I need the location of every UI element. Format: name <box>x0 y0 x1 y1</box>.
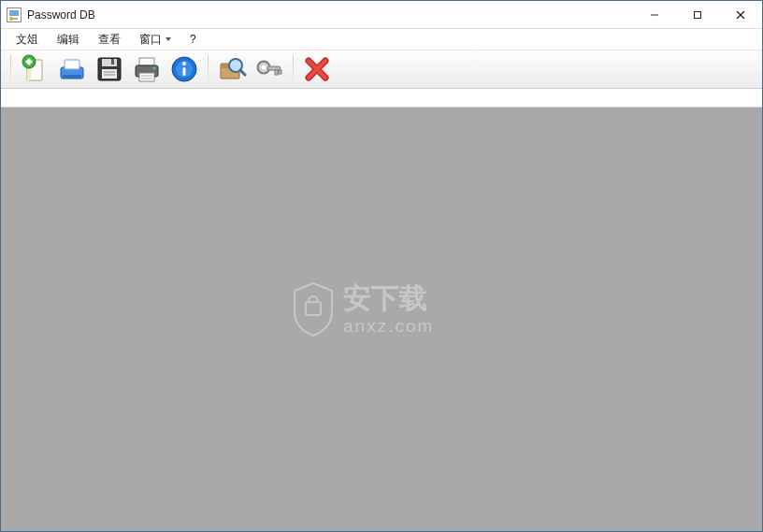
key-icon <box>254 54 284 84</box>
info-button[interactable] <box>166 51 202 87</box>
svg-rect-11 <box>26 61 33 64</box>
toolbar-separator <box>10 55 11 83</box>
svg-rect-14 <box>63 75 81 79</box>
app-window: Password DB 文俎 编辑 查看 窗口 ? <box>0 0 763 532</box>
svg-rect-17 <box>111 59 114 65</box>
svg-point-23 <box>152 66 155 69</box>
maximize-icon <box>693 10 702 20</box>
svg-rect-37 <box>267 66 281 70</box>
toolbar-separator <box>208 55 209 83</box>
app-icon <box>7 7 22 22</box>
svg-rect-18 <box>102 69 117 79</box>
delete-button[interactable] <box>299 51 335 87</box>
menu-view[interactable]: 查看 <box>91 30 128 50</box>
svg-rect-29 <box>183 67 186 76</box>
delete-icon <box>304 56 330 82</box>
svg-rect-3 <box>13 18 18 20</box>
watermark: 安下载 anxz.com <box>283 270 480 351</box>
titlebar: Password DB <box>1 1 762 29</box>
svg-rect-39 <box>279 70 281 74</box>
maximize-button[interactable] <box>676 1 719 29</box>
svg-rect-5 <box>695 11 701 18</box>
toolbar <box>1 50 762 89</box>
close-icon <box>736 10 745 20</box>
chevron-down-icon <box>166 36 171 42</box>
key-button[interactable] <box>252 51 287 87</box>
svg-rect-40 <box>306 302 321 315</box>
menu-file[interactable]: 文俎 <box>8 30 46 50</box>
column-header <box>1 89 762 108</box>
menu-help[interactable]: ? <box>182 31 204 48</box>
new-document-icon <box>20 54 50 84</box>
watermark-subtext: anxz.com <box>343 316 434 336</box>
svg-rect-38 <box>275 70 278 75</box>
save-icon <box>94 54 124 84</box>
svg-point-30 <box>182 62 186 65</box>
open-button[interactable] <box>54 51 90 87</box>
minimize-button[interactable] <box>633 1 676 29</box>
menu-edit[interactable]: 编辑 <box>50 30 87 50</box>
menubar: 文俎 编辑 查看 窗口 ? <box>1 29 762 50</box>
svg-rect-16 <box>102 59 117 66</box>
toolbar-separator <box>293 55 294 83</box>
svg-rect-1 <box>9 10 19 16</box>
info-icon <box>169 54 199 84</box>
print-icon <box>132 54 162 84</box>
svg-line-34 <box>240 70 245 75</box>
app-title: Password DB <box>27 8 95 22</box>
find-icon <box>217 54 247 84</box>
svg-point-2 <box>9 17 13 21</box>
find-button[interactable] <box>214 51 250 87</box>
svg-point-36 <box>262 65 266 70</box>
svg-rect-21 <box>139 58 154 65</box>
watermark-text: 安下载 <box>343 282 427 313</box>
close-button[interactable] <box>719 1 762 29</box>
open-icon <box>57 54 87 84</box>
new-button[interactable] <box>17 51 52 87</box>
save-button[interactable] <box>92 51 127 87</box>
menu-window[interactable]: 窗口 <box>132 30 179 50</box>
minimize-icon <box>650 10 659 20</box>
svg-rect-13 <box>65 60 79 69</box>
print-button[interactable] <box>129 51 165 87</box>
svg-rect-24 <box>139 73 154 81</box>
content-area: 安下载 anxz.com <box>1 108 762 531</box>
